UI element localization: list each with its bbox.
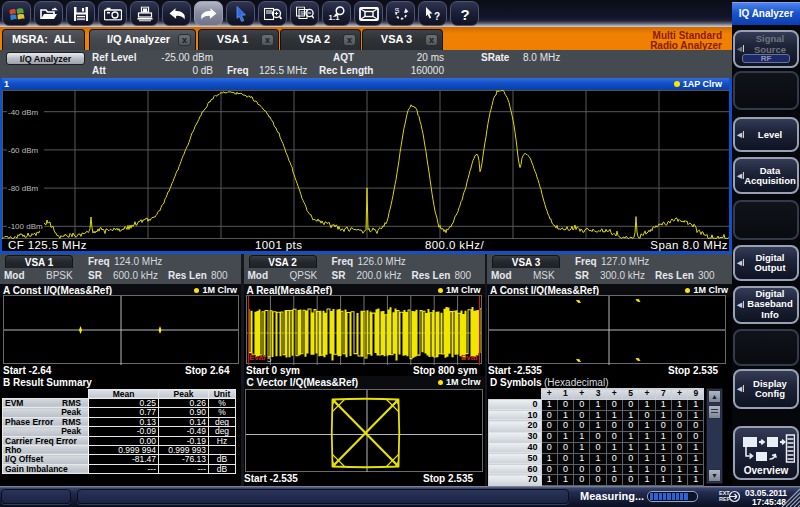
svg-text:5: 5 — [267, 355, 272, 364]
svg-text:-60 dBm: -60 dBm — [8, 146, 39, 155]
svg-text:Eval: Eval — [461, 353, 477, 362]
svg-text:-40 dBm: -40 dBm — [8, 108, 39, 117]
svg-text:1:1: 1:1 — [328, 12, 339, 21]
svg-text:-80 dBm: -80 dBm — [8, 184, 39, 193]
svg-text:?: ? — [460, 5, 469, 22]
svg-text:-100 dBm: -100 dBm — [8, 222, 43, 231]
svg-text:Eval: Eval — [249, 353, 265, 362]
svg-text:?: ? — [434, 10, 440, 21]
